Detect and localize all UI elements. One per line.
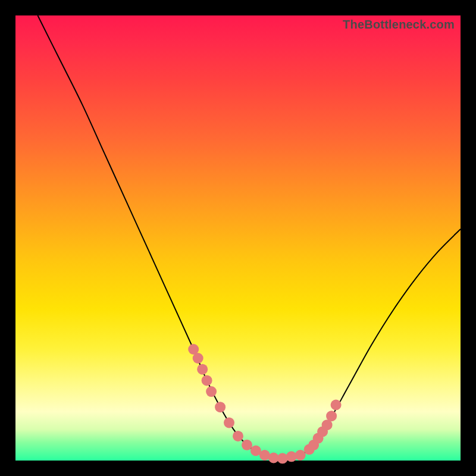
chart-overlay <box>15 15 461 461</box>
svg-point-20 <box>326 411 337 421</box>
svg-point-3 <box>202 375 212 386</box>
bottleneck-curve <box>37 15 461 459</box>
svg-point-4 <box>206 386 217 397</box>
svg-point-7 <box>233 431 243 441</box>
outer-frame: TheBottleneck.com <box>0 0 476 476</box>
svg-point-12 <box>277 453 288 464</box>
svg-point-21 <box>331 400 342 411</box>
svg-point-1 <box>193 353 203 364</box>
svg-point-6 <box>224 417 234 428</box>
svg-point-2 <box>197 364 208 375</box>
highlight-dots <box>188 344 341 464</box>
svg-point-14 <box>295 450 306 461</box>
svg-point-8 <box>242 440 252 450</box>
plot-area: TheBottleneck.com <box>15 15 461 461</box>
svg-point-5 <box>215 402 226 412</box>
